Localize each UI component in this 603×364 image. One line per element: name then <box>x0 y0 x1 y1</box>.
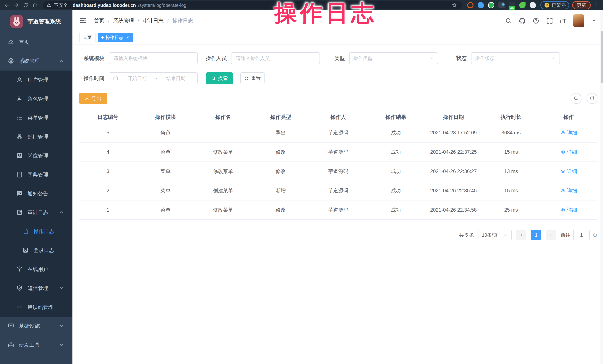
sidebar-item-1[interactable]: 系统管理 <box>0 52 72 71</box>
bookmark-star-icon[interactable] <box>450 1 458 9</box>
table-cell: 2 <box>79 181 137 200</box>
breadcrumb-audit[interactable]: 审计日志 <box>143 17 163 24</box>
breadcrumb-home[interactable]: 首页 <box>94 17 104 24</box>
profile-paused-button[interactable]: 已暂停 <box>540 1 569 9</box>
close-tab-icon[interactable]: × <box>126 35 129 40</box>
detail-link[interactable]: 详细 <box>560 168 577 175</box>
prev-page-button[interactable] <box>516 230 526 240</box>
table-cell: 2021-04-26 22:35:45 <box>425 181 482 200</box>
table-cell: 修改菜单 <box>194 143 252 162</box>
sidebar-item-2[interactable]: 用户管理 <box>0 71 72 89</box>
sidebar-item-12[interactable]: 在线用户 <box>0 260 72 279</box>
status-select[interactable]: 操作状态 <box>471 52 560 64</box>
sidebar-item-7[interactable]: 字典管理 <box>0 165 72 184</box>
page-scrollbar[interactable] <box>600 11 603 364</box>
sidebar-item-14[interactable]: 错误码管理 <box>0 298 72 317</box>
sidebar-item-label: 操作日志 <box>34 228 72 235</box>
tab-home[interactable]: 首页 <box>79 33 95 42</box>
type-select-placeholder: 操作类型 <box>353 55 373 62</box>
next-page-button[interactable] <box>546 230 556 240</box>
detail-link[interactable]: 详细 <box>560 149 577 155</box>
extension-icon-2[interactable] <box>478 2 484 8</box>
extension-icon-4[interactable] <box>499 2 505 8</box>
detail-link[interactable]: 详细 <box>560 187 577 194</box>
sidebar-item-label: 菜单管理 <box>27 114 72 121</box>
update-button[interactable]: 更新 <box>572 1 591 9</box>
operator-input[interactable] <box>231 52 320 64</box>
module-label: 系统模块 <box>79 55 104 62</box>
sidebar-item-9[interactable]: 审计日志 <box>0 203 72 222</box>
table-cell: 芋道源码 <box>310 143 367 162</box>
detail-link[interactable]: 详细 <box>560 207 577 213</box>
sidebar-item-6[interactable]: 岗位管理 <box>0 146 72 165</box>
detail-link[interactable]: 详细 <box>560 129 577 136</box>
current-page-button[interactable]: 1 <box>531 230 541 240</box>
app-logo[interactable]: 芋道管理系统 <box>0 11 72 33</box>
goto-page-input[interactable] <box>573 230 590 240</box>
table-cell: 2021-04-26 22:34:58 <box>425 200 482 220</box>
update-label: 更新 <box>577 2 586 8</box>
reset-button[interactable]: 重置 <box>240 72 265 84</box>
detail-link-label: 详细 <box>567 149 577 155</box>
avatar-caret-down-icon[interactable] <box>592 19 596 23</box>
table-cell: 修改菜单 <box>194 162 252 181</box>
sidebar-item-4[interactable]: 菜单管理 <box>0 108 72 127</box>
page-size-select[interactable]: 10条/页 <box>478 230 512 240</box>
show-search-button[interactable] <box>571 93 581 104</box>
github-icon[interactable] <box>518 17 526 25</box>
sidebar-item-3[interactable]: 角色管理 <box>0 89 72 108</box>
extension-icon-1[interactable] <box>467 2 474 8</box>
extension-icon-5[interactable]: on <box>509 2 515 8</box>
font-size-icon[interactable]: тT <box>559 17 566 24</box>
announcement-icon <box>16 190 23 197</box>
user-avatar[interactable] <box>573 14 584 27</box>
sidebar-item-15[interactable]: 基础设施 <box>0 317 72 336</box>
sidebar-item-10[interactable]: 操作日志 <box>0 222 72 241</box>
table-cell: 1 <box>79 200 137 220</box>
module-input[interactable] <box>109 52 198 64</box>
sidebar-item-label: 登录日志 <box>34 247 72 254</box>
extension-icon-6[interactable] <box>519 2 525 8</box>
table-cell: 成功 <box>367 200 425 220</box>
sidebar-item-0[interactable]: 首页 <box>0 33 72 52</box>
sidebar-item-11[interactable]: 登录日志 <box>0 241 72 260</box>
fullscreen-icon[interactable] <box>545 17 554 25</box>
sidebar-item-8[interactable]: 通知公告 <box>0 184 72 203</box>
sms-shield-icon <box>16 285 23 292</box>
scrollbar-thumb[interactable] <box>601 31 603 83</box>
table-header-cell: 操作模块 <box>137 111 194 123</box>
table-cell: 导出 <box>252 123 310 142</box>
type-select[interactable]: 操作类型 <box>349 52 438 64</box>
back-icon[interactable] <box>3 1 11 9</box>
sidebar-item-5[interactable]: 部门管理 <box>0 127 72 146</box>
table-cell: 修改 <box>252 200 310 220</box>
sidebar-item-label: 用户管理 <box>27 77 72 84</box>
table-cell-action: 详细 <box>540 162 597 181</box>
table-cell: 2021-04-26 22:37:25 <box>425 143 482 162</box>
operator-label: 操作人员 <box>201 55 227 62</box>
table-cell-action: 详细 <box>540 200 597 220</box>
breadcrumb-system[interactable]: 系统管理 <box>113 17 134 24</box>
address-bar[interactable]: 不安全 dashboard.yudao.iocoder.cn /system/l… <box>43 1 462 9</box>
refresh-table-button[interactable] <box>587 93 597 104</box>
hamburger-icon[interactable] <box>79 17 87 25</box>
extension-icon-7[interactable] <box>530 2 536 8</box>
not-secure-label[interactable]: 不安全 <box>54 2 68 8</box>
home-icon[interactable] <box>31 1 39 9</box>
tab-operate-log[interactable]: 操作日志 × <box>98 33 133 42</box>
reload-icon[interactable] <box>22 1 30 9</box>
help-icon[interactable] <box>532 17 540 25</box>
search-button[interactable]: 搜索 <box>206 72 233 84</box>
sidebar-item-16[interactable]: 研发工具 <box>0 336 72 354</box>
table-cell: 3 <box>79 162 137 181</box>
sidebar-item-13[interactable]: 短信管理 <box>0 279 72 298</box>
date-range-picker[interactable]: 开始日期 - 结束日期 <box>109 72 198 84</box>
forward-icon[interactable] <box>12 1 20 9</box>
search-icon[interactable] <box>504 17 512 25</box>
extension-icon-3[interactable] <box>488 2 494 8</box>
browser-menu-icon[interactable] <box>592 1 600 9</box>
table-cell: 芋道源码 <box>310 181 367 200</box>
pagination: 共 5 条 10条/页 1 前往 页 <box>79 230 597 240</box>
export-button[interactable]: 导出 <box>79 93 107 104</box>
role-icon <box>16 96 23 102</box>
